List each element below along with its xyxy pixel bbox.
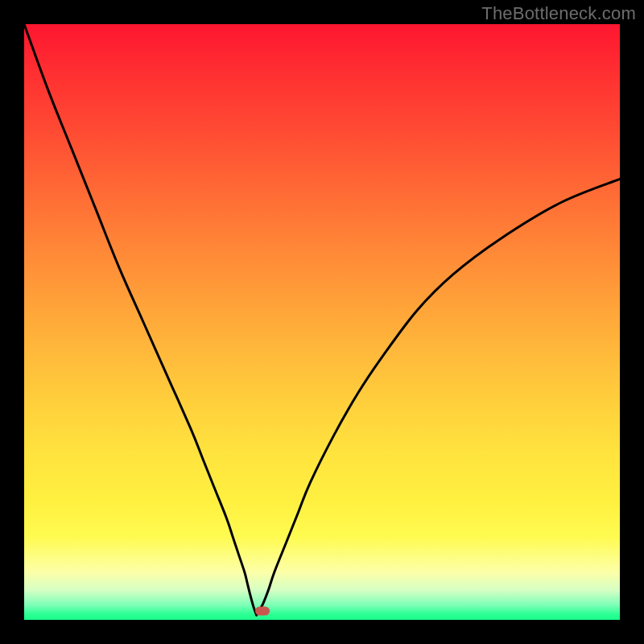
curve-right-branch <box>257 179 620 615</box>
curve-svg <box>24 24 620 620</box>
curve-left-branch <box>24 24 257 615</box>
chart-frame: TheBottleneck.com <box>0 0 644 644</box>
vertex-marker <box>255 606 270 615</box>
watermark-text: TheBottleneck.com <box>481 3 636 24</box>
plot-area <box>24 24 620 620</box>
